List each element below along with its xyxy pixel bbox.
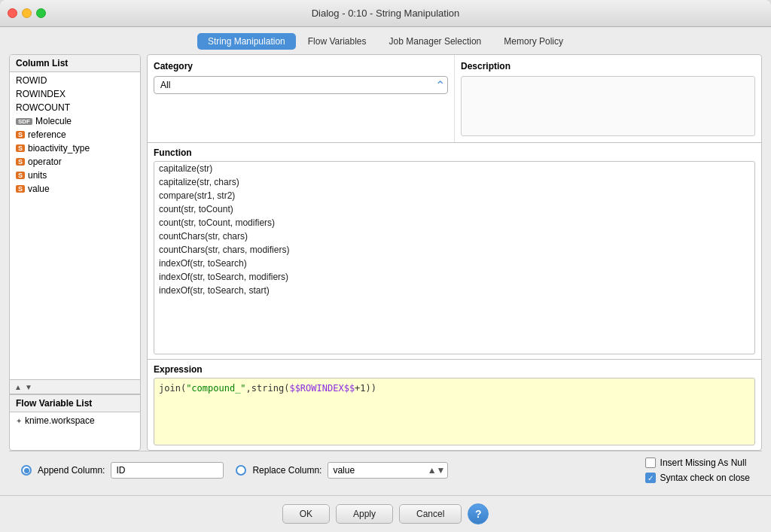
left-panel: Column List ROWID ROWINDEX ROWCOUNT SDF … (9, 54, 141, 451)
insert-missing-row: Insert Missing As Null (645, 458, 750, 468)
list-item[interactable]: S reference (10, 128, 140, 141)
badge-sdf: SDF (16, 118, 32, 125)
ok-button[interactable]: OK (282, 504, 330, 524)
arrow-down-icon[interactable]: ▼ (25, 383, 32, 391)
column-item-label: bioactivity_type (28, 143, 90, 154)
flow-variable-items: ✦ knime.workspace (10, 412, 140, 450)
replace-column-radio[interactable] (236, 465, 246, 476)
list-divider: ▲ ▼ (10, 379, 140, 394)
list-item[interactable]: indexOf(str, toSearch, start) (154, 284, 754, 297)
replace-column-select-wrapper: value ▲▼ (328, 462, 448, 479)
flow-var-icon: ✦ (16, 417, 22, 425)
minimize-button[interactable] (22, 8, 32, 18)
badge-s: S (16, 158, 25, 166)
syntax-check-checkbox[interactable]: ✓ (645, 473, 656, 483)
category-select-wrapper: All String Math Date Collection Other ⌃ (154, 76, 448, 94)
column-item-label: units (28, 170, 47, 181)
category-select[interactable]: All String Math Date Collection Other (154, 76, 448, 94)
column-item-label: operator (28, 157, 62, 167)
function-list[interactable]: capitalize(str) capitalize(str, chars) c… (154, 161, 755, 354)
append-column-label: Append Column: (38, 465, 105, 476)
insert-missing-label: Insert Missing As Null (660, 458, 747, 468)
category-label: Category (154, 61, 448, 71)
column-list-header: Column List (10, 55, 140, 72)
function-label: Function (148, 143, 761, 161)
tab-flow-variables[interactable]: Flow Variables (297, 33, 377, 50)
append-column-radio[interactable] (21, 465, 32, 476)
help-button[interactable]: ? (468, 503, 489, 524)
list-item[interactable]: ROWID (10, 74, 140, 87)
category-section: Category All String Math Date Collection… (148, 55, 455, 142)
column-item-label: ROWINDEX (16, 89, 66, 99)
footer: OK Apply Cancel ? (0, 495, 771, 532)
tab-memory-policy[interactable]: Memory Policy (493, 33, 574, 50)
description-label: Description (461, 61, 755, 71)
traffic-lights (8, 8, 46, 18)
column-item-label: ROWID (16, 75, 47, 86)
list-item[interactable]: capitalize(str, chars) (154, 175, 754, 189)
description-section: Description (455, 55, 761, 142)
replace-column-select[interactable]: value (328, 462, 448, 479)
expression-section: Expression join("compound_",string($$ROW… (148, 360, 761, 450)
list-item[interactable]: S bioactivity_type (10, 141, 140, 155)
badge-s: S (16, 185, 25, 193)
syntax-check-label: Syntax check on close (660, 473, 750, 483)
function-section: Function capitalize(str) capitalize(str,… (148, 143, 761, 360)
list-item[interactable]: ROWINDEX (10, 87, 140, 101)
expression-label: Expression (154, 364, 755, 375)
right-panel: Category All String Math Date Collection… (147, 54, 762, 451)
list-item[interactable]: SDF Molecule (10, 114, 140, 128)
window-title: Dialog - 0:10 - String Manipulation (312, 8, 460, 19)
replace-column-label: Replace Column: (252, 465, 322, 476)
tab-bar: String Manipulation Flow Variables Job M… (0, 27, 771, 54)
list-item[interactable]: count(str, toCount) (154, 202, 754, 216)
badge-s: S (16, 131, 25, 138)
list-item[interactable]: S value (10, 182, 140, 196)
flow-var-label: knime.workspace (25, 415, 95, 426)
replace-column-row: Replace Column: value ▲▼ (236, 462, 448, 479)
column-item-label: ROWCOUNT (16, 102, 70, 113)
append-column-row: Append Column: (21, 462, 224, 479)
list-item[interactable]: indexOf(str, toSearch, modifiers) (154, 270, 754, 284)
append-column-input[interactable] (111, 462, 224, 479)
flow-variable-list-header: Flow Variable List (10, 394, 140, 412)
expression-text: join("compound_",string($$ROWINDEX$$+1)) (159, 383, 376, 394)
bottom-options: Append Column: Replace Column: value ▲▼ … (9, 451, 762, 489)
list-item[interactable]: countChars(str, chars) (154, 230, 754, 243)
description-box (461, 76, 755, 136)
list-item[interactable]: count(str, toCount, modifiers) (154, 216, 754, 230)
column-item-label: Molecule (35, 116, 72, 126)
column-item-label: reference (28, 129, 66, 140)
badge-s: S (16, 144, 25, 152)
dialog-window: Dialog - 0:10 - String Manipulation Stri… (0, 0, 771, 532)
insert-missing-checkbox[interactable] (645, 458, 656, 468)
title-bar: Dialog - 0:10 - String Manipulation (0, 0, 771, 27)
badge-s: S (16, 172, 25, 179)
cancel-button[interactable]: Cancel (399, 504, 462, 524)
list-item[interactable]: S operator (10, 155, 140, 169)
content-panel: Column List ROWID ROWINDEX ROWCOUNT SDF … (9, 54, 762, 451)
top-sections: Category All String Math Date Collection… (148, 55, 761, 143)
right-options: Insert Missing As Null ✓ Syntax check on… (645, 458, 750, 483)
list-item[interactable]: ✦ knime.workspace (10, 414, 140, 427)
list-item[interactable]: capitalize(str) (154, 162, 754, 175)
list-item[interactable]: countChars(str, chars, modifiers) (154, 243, 754, 257)
main-content: Column List ROWID ROWINDEX ROWCOUNT SDF … (0, 54, 771, 495)
list-item[interactable]: compare(str1, str2) (154, 189, 754, 202)
list-item[interactable]: indexOf(str, toSearch) (154, 257, 754, 270)
close-button[interactable] (8, 8, 17, 18)
tab-string-manipulation[interactable]: String Manipulation (197, 33, 296, 50)
expression-box[interactable]: join("compound_",string($$ROWINDEX$$+1)) (154, 378, 755, 445)
list-item[interactable]: ROWCOUNT (10, 101, 140, 114)
column-list-items: ROWID ROWINDEX ROWCOUNT SDF Molecule S r (10, 72, 140, 379)
maximize-button[interactable] (36, 8, 46, 18)
list-item[interactable]: S units (10, 169, 140, 182)
syntax-check-row: ✓ Syntax check on close (645, 473, 750, 483)
tab-job-manager[interactable]: Job Manager Selection (379, 33, 492, 50)
apply-button[interactable]: Apply (336, 504, 393, 524)
arrow-up-icon[interactable]: ▲ (14, 383, 22, 391)
column-item-label: value (28, 184, 50, 194)
